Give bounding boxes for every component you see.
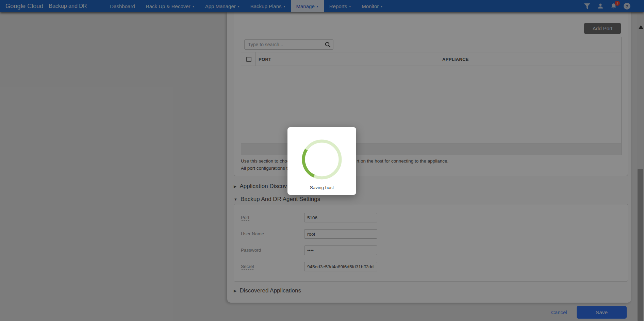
saving-message: Saving host	[287, 185, 356, 190]
saving-modal: Saving host	[287, 127, 356, 195]
loading-spinner	[301, 138, 343, 181]
